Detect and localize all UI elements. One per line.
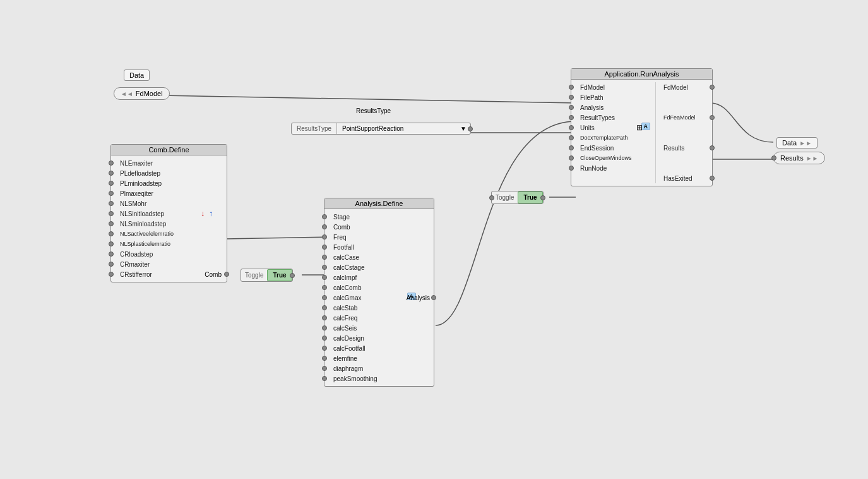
port-dot-toggle-bottom-out bbox=[290, 273, 295, 278]
comb-define-port-crmax: CRmaxiter bbox=[111, 259, 227, 269]
analysis-port-peaksmoothing: peakSmoothing bbox=[324, 373, 434, 384]
comb-define-port-nlsactive: NLSactiveelelemratio bbox=[111, 229, 227, 239]
comb-define-port-nlsplastic: NLSplasticelemratio bbox=[111, 239, 227, 249]
results-pill: Results ►► bbox=[773, 152, 825, 164]
application-run-outputs: FdModel FdFeaModel Results HasExited bbox=[655, 82, 712, 183]
results-type-floating-label: ResultsType bbox=[356, 107, 391, 114]
app-out-spacer3 bbox=[658, 153, 712, 173]
port-dot-calcfreq-left bbox=[322, 315, 327, 320]
app-port-docxtemplatepath: DocxTemplatePath bbox=[571, 133, 655, 143]
analysis-port-calcdesign: calcDesign bbox=[324, 333, 434, 343]
comb-define-port-nlsmin: NLSminloadstep bbox=[111, 219, 227, 229]
results-pill-label: Results bbox=[780, 154, 804, 162]
app-port-resulttypes: ResultTypes bbox=[571, 112, 655, 123]
analysis-port-calcfreq: calcFreq bbox=[324, 313, 434, 323]
units-table-icon: ⊞ bbox=[636, 123, 643, 132]
port-dot-calcseis-left bbox=[322, 325, 327, 330]
port-dot-toggle-right-in bbox=[489, 195, 494, 200]
analysis-define-node: Analysis.Define Stage Comb Freq Footfall… bbox=[324, 198, 434, 387]
analysis-port-comb: Comb bbox=[324, 222, 434, 232]
data-right-arrow: ►► bbox=[799, 140, 812, 147]
port-nlemaxiter: NLEmaxiter bbox=[111, 160, 158, 167]
app-out-spacer2 bbox=[658, 123, 712, 143]
port-dot-hasexited-out bbox=[710, 176, 715, 181]
analysis-define-title: Analysis.Define bbox=[324, 198, 434, 209]
port-dot-filepath-left bbox=[569, 95, 574, 100]
port-dot-crload-left bbox=[109, 252, 114, 257]
app-port-analysis-in: Analysis bbox=[571, 102, 655, 112]
port-dot-calcdesign-left bbox=[322, 336, 327, 341]
app-out-fdfeamodel: FdFeaModel bbox=[658, 112, 712, 123]
comb-define-port-nlsmohr: NLSMohr bbox=[111, 198, 227, 209]
comb-define-port-crload: CRloadstep bbox=[111, 249, 227, 259]
dropdown-value: PointSupportReaction bbox=[337, 123, 456, 134]
comb-define-port-row: NLEmaxiter bbox=[111, 158, 227, 168]
port-dot-diaphragm-left bbox=[322, 366, 327, 371]
port-dot-footfall-left bbox=[322, 245, 327, 250]
analysis-port-calcseis: calcSeis bbox=[324, 323, 434, 333]
port-dot-runnode-left bbox=[569, 166, 574, 171]
analysis-output-label: Analysis bbox=[407, 294, 430, 301]
toggle-button-right[interactable]: Toggle True bbox=[491, 191, 544, 204]
port-dot-calcgmax-left bbox=[322, 295, 327, 300]
data-right-container: Data ►► bbox=[782, 139, 812, 147]
down-arrow-icon: ↓ bbox=[201, 209, 205, 218]
port-dot-peaksmoothing-left bbox=[322, 376, 327, 381]
port-dot-crmax-left bbox=[109, 262, 114, 267]
port-dot-docxtemplatepath-left bbox=[569, 135, 574, 140]
comb-define-title: Comb.Define bbox=[111, 145, 227, 155]
toggle-value-right: True bbox=[518, 191, 542, 203]
app-out-results: Results bbox=[658, 143, 712, 153]
port-dot-comb-in bbox=[322, 224, 327, 229]
port-dot-analysis-out bbox=[431, 295, 436, 300]
toggle-button-bottom[interactable]: Toggle True bbox=[241, 269, 293, 282]
comb-define-port-crstiff: CRstifferror Comb bbox=[111, 269, 227, 279]
application-run-body: FdModel FilePath Analysis ResultTypes Un… bbox=[571, 80, 712, 186]
comb-output-label: Comb bbox=[205, 271, 222, 278]
results-type-dropdown[interactable]: ResultsType PointSupportReaction ▼ bbox=[291, 123, 471, 135]
app-port-filepath: FilePath bbox=[571, 92, 655, 102]
comb-define-port-plmax: Plmaxeqiter bbox=[111, 188, 227, 198]
port-dot-freq-left bbox=[322, 234, 327, 240]
port-dot-nlsactive-left bbox=[109, 231, 114, 236]
port-dot-pldef-left bbox=[109, 171, 114, 176]
analysis-port-calccstage: calcCstage bbox=[324, 262, 434, 272]
port-dot-calcfootfall-left bbox=[322, 346, 327, 351]
dropdown-label: ResultsType bbox=[292, 123, 337, 134]
analysis-port-calcimpf: calcImpf bbox=[324, 272, 434, 282]
analysis-port-calcstab: calcStab bbox=[324, 303, 434, 313]
up-arrow-icon: ↑ bbox=[209, 209, 213, 218]
port-dot-elemfine-left bbox=[322, 356, 327, 361]
port-dot-fdmodel-in bbox=[569, 85, 574, 90]
fdmodel-pill: ◄◄ FdModel bbox=[114, 87, 170, 100]
comb-define-body: NLEmaxiter PLdefloadstep PLminloadstep P… bbox=[111, 155, 227, 282]
port-dot-endsession-left bbox=[569, 145, 574, 150]
port-dot-calcimpf-left bbox=[322, 275, 327, 280]
port-dot-calccomb-left bbox=[322, 285, 327, 290]
analysis-define-body: Stage Comb Freq Footfall calcCase calcCs… bbox=[324, 209, 434, 386]
data-node-top-left: Data bbox=[124, 70, 150, 81]
port-dot-calccstage-left bbox=[322, 265, 327, 270]
app-port-units: Units A ⊞ bbox=[571, 123, 655, 133]
port-dot-plmin-left bbox=[109, 181, 114, 186]
analysis-port-elemfine: elemfine bbox=[324, 353, 434, 363]
port-dot-plmax-left bbox=[109, 191, 114, 196]
application-run-node: Application.RunAnalysis FdModel FilePath… bbox=[571, 68, 713, 186]
results-pill-arrow: ►► bbox=[806, 155, 819, 162]
port-dot-results-out bbox=[710, 145, 715, 150]
port-dot-comb-out bbox=[224, 272, 229, 277]
port-dot-units-left bbox=[569, 125, 574, 130]
port-dot-nlsmin-left bbox=[109, 221, 114, 226]
toggle-label-bottom: Toggle bbox=[241, 270, 267, 281]
comb-define-port-nlsinit: NLSinitloadstep ↓ ↑ bbox=[111, 209, 227, 219]
analysis-port-footfall: Footfall bbox=[324, 242, 434, 252]
port-dot-toggle-right-out bbox=[540, 195, 545, 200]
port-dot-results-type-out bbox=[468, 126, 473, 131]
app-out-spacer1 bbox=[658, 92, 712, 112]
port-dot-resulttypes-left bbox=[569, 115, 574, 120]
port-dot-calccase-left bbox=[322, 255, 327, 260]
application-run-inputs: FdModel FilePath Analysis ResultTypes Un… bbox=[571, 82, 655, 183]
comb-define-node: Comb.Define NLEmaxiter PLdefloadstep PLm… bbox=[110, 144, 227, 282]
port-dot-analysis-in bbox=[569, 105, 574, 110]
port-dot-stage-left bbox=[322, 214, 327, 219]
